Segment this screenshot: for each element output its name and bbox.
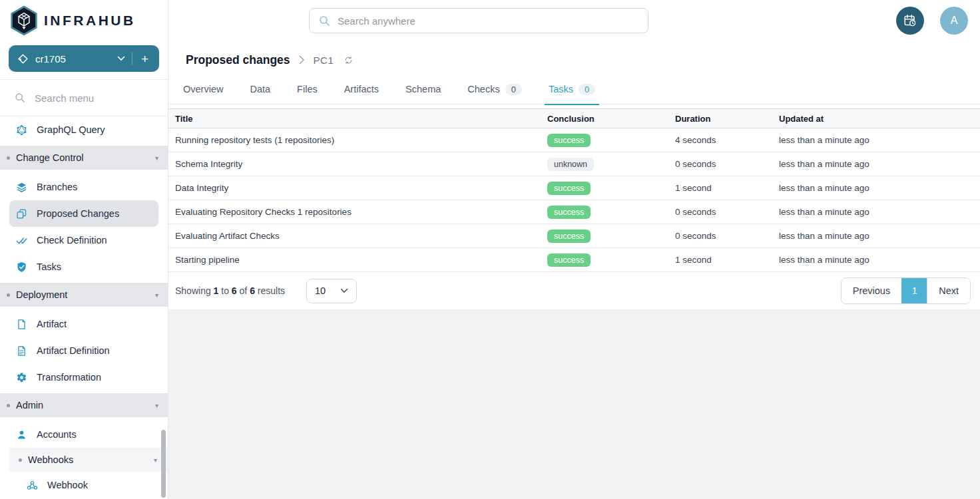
tab-data[interactable]: Data (250, 79, 270, 100)
triangle-down-icon: ▾ (155, 402, 158, 409)
column-header-updated-at: Updated at (779, 109, 980, 128)
sidebar-item-proposed-changes[interactable]: Proposed Changes (9, 200, 158, 227)
task-updated: less than a minute ago (779, 176, 980, 200)
bullet-icon (7, 293, 10, 297)
table-row[interactable]: Data Integrity success 1 second less tha… (168, 176, 980, 200)
branch-name: cr1705 (35, 53, 111, 65)
tab-overview[interactable]: Overview (183, 79, 223, 100)
page-number-button[interactable]: 1 (901, 278, 927, 303)
sidebar-item-check-definition[interactable]: Check Definition (9, 227, 158, 253)
sidebar-item-label: Branches (37, 182, 77, 192)
sidebar-search-placeholder: Search menu (35, 92, 94, 104)
avatar[interactable]: A (940, 7, 968, 35)
task-duration: 0 seconds (675, 152, 779, 176)
triangle-down-icon: ▾ (155, 154, 158, 162)
sidebar-item-label: Webhook (47, 480, 88, 490)
branch-selector[interactable]: cr1705 + (9, 45, 159, 72)
chevron-right-icon (299, 55, 305, 65)
sidebar-item-label: Check Definition (37, 235, 107, 246)
table-row[interactable]: Starting pipeline success 1 second less … (168, 248, 980, 272)
pagination-bar: Showing 1 to 6 of 6 results 10 Previous … (168, 272, 980, 309)
sidebar-section-admin[interactable]: Admin ▾ (0, 393, 168, 417)
chevron-down-icon[interactable] (111, 56, 132, 61)
table-row[interactable]: Evaluating Artifact Checks success 0 sec… (168, 224, 980, 248)
sidebar-item-webhook[interactable]: Webhook (9, 472, 158, 498)
previous-page-button[interactable]: Previous (842, 278, 901, 303)
column-header-title: Title (168, 109, 547, 128)
task-duration: 0 seconds (675, 200, 779, 224)
task-title: Evaluating Artifact Checks (168, 224, 547, 248)
check-definition-icon (16, 235, 27, 246)
transformation-icon (16, 372, 27, 383)
search-icon (319, 15, 330, 27)
task-title: Starting pipeline (168, 248, 547, 272)
global-search-placeholder: Search anywhere (338, 15, 415, 27)
add-branch-button[interactable]: + (132, 53, 152, 65)
tab-files[interactable]: Files (297, 79, 318, 100)
tab-artifacts[interactable]: Artifacts (344, 79, 379, 100)
sidebar-item-branches[interactable]: Branches (9, 174, 158, 200)
artifact-definition-icon (16, 345, 27, 357)
webhook-icon (27, 480, 38, 491)
status-badge: success (547, 253, 591, 267)
global-search-input[interactable]: Search anywhere (309, 8, 648, 33)
task-title: Schema Integrity (168, 152, 547, 176)
status-badge: success (547, 134, 591, 147)
page-size-select[interactable]: 10 (306, 279, 357, 303)
status-badge: success (547, 182, 591, 195)
refresh-button[interactable] (344, 55, 354, 65)
infrahub-logo-icon (10, 5, 38, 36)
table-header-row: Title Conclusion Duration Updated at (168, 109, 980, 128)
tab-schema[interactable]: Schema (405, 79, 441, 100)
tasks-table: Title Conclusion Duration Updated at Run… (168, 108, 980, 272)
task-duration: 4 seconds (675, 128, 779, 152)
tasks-icon (16, 261, 27, 273)
status-badge: success (547, 230, 591, 243)
sidebar-scrollbar[interactable] (161, 430, 166, 498)
breadcrumb: Proposed changes PC1 (168, 41, 980, 79)
branch-schedule-button[interactable] (896, 7, 924, 35)
sidebar-item-label: GraphQL Query (37, 124, 105, 135)
breadcrumb-item[interactable]: PC1 (314, 55, 334, 66)
sidebar-section-label: Change Control (16, 152, 155, 163)
table-row[interactable]: Schema Integrity unknown 0 seconds less … (168, 152, 980, 176)
sidebar-item-label: Artifact Definition (37, 345, 110, 356)
triangle-down-icon: ▾ (154, 456, 157, 464)
search-icon (15, 92, 25, 103)
logo-row[interactable]: INFRAHUB (0, 0, 168, 41)
sidebar-item-artifact-definition[interactable]: Artifact Definition (9, 337, 158, 364)
task-updated: less than a minute ago (779, 248, 980, 272)
sidebar-item-label: Tasks (37, 261, 61, 272)
task-updated: less than a minute ago (779, 152, 980, 176)
sidebar-search-input[interactable]: Search menu (0, 80, 168, 116)
sidebar-section-label: Webhooks (28, 454, 154, 465)
task-title: Running repository tests (1 repositories… (168, 128, 547, 152)
sidebar-item-label: Accounts (37, 429, 77, 440)
bullet-icon (19, 458, 22, 462)
sidebar-item-graphql-query[interactable]: GraphQL Query (9, 116, 158, 143)
branches-icon (16, 182, 27, 193)
sidebar-item-artifact[interactable]: Artifact (9, 311, 158, 337)
table-row[interactable]: Running repository tests (1 repositories… (168, 128, 980, 152)
proposed-changes-icon (16, 208, 27, 220)
sidebar-item-label: Transformation (37, 372, 101, 383)
refresh-icon (344, 55, 354, 65)
sidebar-item-accounts[interactable]: Accounts (9, 421, 158, 448)
next-page-button[interactable]: Next (927, 278, 970, 303)
tab-checks[interactable]: Checks0 (467, 79, 522, 100)
tab-bar: Overview Data Files Artifacts Schema Che… (168, 79, 980, 104)
sidebar-subsection-webhooks[interactable]: Webhooks ▾ (9, 448, 168, 472)
accounts-icon (16, 429, 27, 440)
table-row[interactable]: Evaluating Repository Checks 1 repositor… (168, 200, 980, 224)
sidebar-item-transformation[interactable]: Transformation (9, 364, 158, 391)
sidebar-section-deployment[interactable]: Deployment ▾ (0, 283, 168, 307)
tab-tasks[interactable]: Tasks0 (549, 79, 595, 100)
task-updated: less than a minute ago (779, 224, 980, 248)
sidebar-item-tasks[interactable]: Tasks (9, 253, 158, 280)
app-root: INFRAHUB cr1705 + (0, 0, 980, 499)
tab-badge: 0 (505, 84, 522, 95)
status-badge: success (547, 206, 591, 219)
sidebar-section-change-control[interactable]: Change Control ▾ (0, 146, 168, 170)
sidebar-section-label: Admin (16, 400, 155, 411)
column-header-duration: Duration (675, 109, 779, 128)
